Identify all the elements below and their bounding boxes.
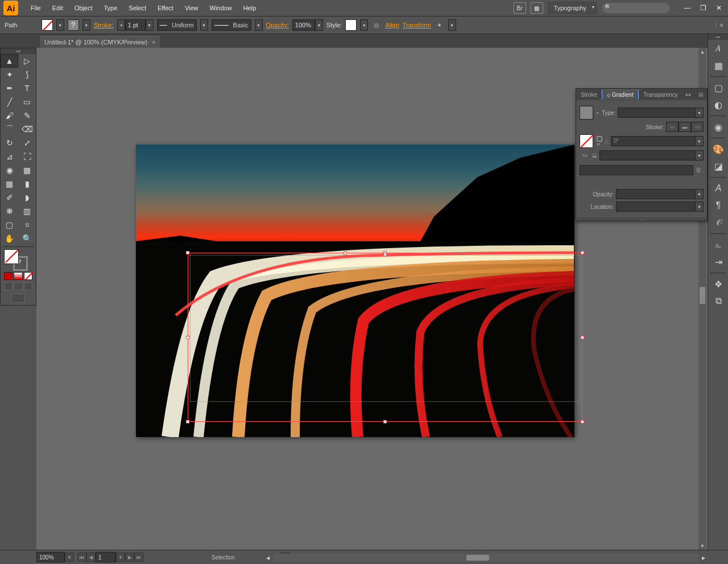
next-artboard-button[interactable]: ▶ (125, 553, 134, 562)
blend-tool[interactable]: ◗ (18, 191, 36, 204)
artboard-number-input[interactable]: 1 (96, 552, 116, 562)
horizontal-scrollbar[interactable]: ◀ ▶ (273, 554, 698, 562)
window-minimize[interactable]: — (679, 2, 695, 14)
menu-file[interactable]: File (25, 1, 47, 15)
menu-edit[interactable]: Edit (47, 1, 69, 15)
zoom-input[interactable]: 100% (36, 552, 65, 562)
brush-dropdown[interactable]: ▼ (255, 19, 263, 31)
panel-resize-grip[interactable] (576, 217, 707, 221)
symbols-panel-icon[interactable]: ◪ (708, 158, 728, 175)
scroll-up-icon[interactable]: ▲ (698, 48, 706, 56)
last-artboard-button[interactable]: ⏭ (134, 553, 143, 562)
stroke-panel-link[interactable]: Stroke: (94, 22, 114, 28)
delete-stop-icon[interactable]: 🗑 (696, 166, 704, 174)
width-tool[interactable]: ⊿ (1, 150, 18, 163)
bridge-icon[interactable]: Br (514, 2, 526, 14)
menu-help[interactable]: Help (238, 1, 262, 15)
fill-swatch[interactable] (42, 19, 53, 31)
tools-panel-grip[interactable]: ◂◂ (1, 48, 36, 54)
variable-width-profile[interactable]: Uniform (157, 19, 197, 31)
opacity-dropdown[interactable]: ▼ (315, 19, 323, 31)
anchor-point[interactable] (383, 253, 387, 256)
color-mode-none[interactable] (24, 272, 32, 280)
magic-wand-tool[interactable]: ✦ (1, 68, 18, 81)
stroke-swatch[interactable]: ? (68, 19, 79, 31)
eyedropper-tool[interactable]: ✐ (1, 191, 18, 204)
graphic-style-swatch[interactable] (345, 19, 357, 31)
sel-handle-e[interactable] (581, 336, 584, 339)
swatches-panel-icon[interactable]: ◉ (708, 118, 728, 135)
reverse-gradient-icon[interactable]: ⇋ (580, 150, 590, 160)
zoom-dropdown[interactable]: ▼ (65, 553, 74, 562)
stroke-within-button[interactable]: ▭ (666, 122, 679, 132)
selection-tool[interactable]: ▲ (1, 54, 18, 68)
gradient-type-select[interactable]: ▼ (618, 108, 704, 118)
recolor-artwork-icon[interactable]: ◎ (371, 20, 382, 30)
gradient-preview[interactable] (580, 106, 593, 120)
column-graph-tool[interactable]: ▥ (18, 204, 36, 218)
eraser-tool[interactable]: ⌫ (18, 122, 36, 136)
menu-effect[interactable]: Effect (152, 1, 179, 15)
gradient-fill-swatch[interactable] (580, 134, 593, 148)
fill-indicator[interactable] (4, 249, 19, 264)
opacity-input[interactable] (292, 19, 315, 31)
style-dropdown[interactable]: ▼ (360, 19, 368, 31)
character-style-icon[interactable]: A (708, 180, 728, 197)
type-tool[interactable]: T (18, 81, 36, 95)
gradient-preview-dropdown[interactable]: ▼ (595, 111, 599, 115)
menu-window[interactable]: Window (204, 1, 238, 15)
window-close[interactable]: ✕ (711, 2, 727, 14)
draw-behind[interactable] (14, 282, 22, 290)
workspace-switcher[interactable]: Typography (548, 2, 597, 14)
mesh-tool[interactable]: ▦ (1, 177, 18, 191)
prev-artboard-button[interactable]: ◀ (86, 553, 96, 562)
document-tab[interactable]: Untitled-1* @ 100% (CMYK/Preview) × (40, 36, 160, 48)
menu-view[interactable]: View (179, 1, 204, 15)
line-tool[interactable]: ╱ (1, 95, 18, 109)
paintbrush-tool[interactable]: 🖌 (1, 109, 18, 122)
stroke-stepper[interactable]: ◂ (117, 19, 125, 31)
gradient-tool[interactable]: ▮ (18, 177, 36, 191)
pen-tool[interactable]: ✒ (1, 81, 18, 95)
scroll-right-icon[interactable]: ▶ (700, 554, 708, 562)
paragraph-style-icon[interactable]: ¶ (708, 197, 728, 214)
pencil-tool[interactable]: ✎ (18, 109, 36, 122)
shape-builder-tool[interactable]: ◉ (1, 163, 18, 177)
menu-select[interactable]: Select (123, 1, 152, 15)
rectangle-tool[interactable]: ▭ (18, 95, 36, 109)
h-scroll-thumb[interactable] (466, 555, 489, 561)
fill-stroke-indicator[interactable] (1, 248, 36, 271)
color-panel-icon[interactable]: ▢ (708, 79, 728, 96)
slice-tool[interactable]: ⌗ (18, 218, 36, 232)
lasso-tool[interactable]: ⟆ (18, 68, 36, 81)
menu-type[interactable]: Type (98, 1, 123, 15)
stop-location-input[interactable]: ▼ (616, 201, 704, 212)
panel-tab-gradient[interactable]: ◇ Gradient (602, 89, 639, 100)
stroke-weight-input[interactable] (125, 19, 146, 31)
gradient-angle-input[interactable]: 0°▼ (611, 136, 704, 146)
glyphs-panel-icon[interactable]: ⎁ (708, 236, 728, 253)
perspective-grid-tool[interactable]: ▦ (18, 163, 36, 177)
stroke-dropdown[interactable]: ▼ (82, 19, 90, 31)
brush-definition[interactable]: Basic (212, 19, 251, 31)
rotate-tool[interactable]: ↻ (1, 136, 18, 150)
window-maximize[interactable]: ❐ (695, 2, 711, 14)
scroll-thumb[interactable] (700, 287, 705, 304)
sel-handle-ne[interactable] (581, 251, 584, 254)
scale-tool[interactable]: ⤢ (18, 136, 36, 150)
opacity-link[interactable]: Opacity: (266, 22, 289, 28)
stroke-weight-dropdown[interactable]: ▼ (146, 19, 154, 31)
stroke-across-button[interactable]: ▭ (691, 122, 704, 132)
fill-dropdown[interactable]: ▼ (56, 19, 64, 31)
paragraph-panel-icon[interactable]: ▦ (708, 57, 728, 74)
opentype-icon[interactable]: 𝒪 (708, 214, 728, 231)
transform-dropdown[interactable]: ▼ (448, 19, 456, 31)
anchor-point[interactable] (344, 252, 347, 255)
menu-object[interactable]: Object (69, 1, 98, 15)
artboards-panel-icon[interactable]: ⧉ (708, 293, 728, 310)
first-artboard-button[interactable]: ⏮ (77, 553, 86, 562)
artboard-dropdown[interactable]: ▼ (116, 553, 125, 562)
character-panel-icon[interactable]: 𝐴 (708, 40, 728, 57)
stop-opacity-input[interactable]: ▼ (616, 189, 704, 199)
sel-handle-se[interactable] (581, 420, 584, 423)
